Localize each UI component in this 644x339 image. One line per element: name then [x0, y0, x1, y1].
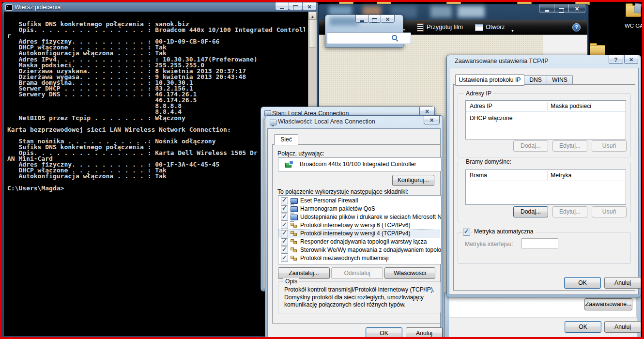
close-button[interactable] — [302, 2, 317, 10]
close-button[interactable] — [624, 55, 638, 64]
description-group: Opis Protokół kontroli transmisji/Protok… — [278, 281, 441, 313]
ok-button[interactable]: OK — [366, 327, 402, 339]
advanced-dialog-body: Ustawienia protokołu IP DNS WINS Adresy … — [449, 68, 639, 295]
checkbox[interactable] — [281, 230, 288, 237]
component-label: Protokół niezawodnych multiemisji — [300, 255, 389, 262]
checkbox[interactable] — [281, 205, 288, 213]
automatic-metric-checkbox[interactable] — [463, 229, 470, 236]
column-header-mask[interactable]: Maska podsieci — [551, 103, 591, 109]
description-group-label: Opis — [283, 278, 299, 285]
tab-network[interactable]: Sieć — [274, 134, 298, 145]
column-header-address[interactable]: Adres IP — [470, 103, 492, 109]
desktop-icon-wcga[interactable]: WC GA — [624, 2, 644, 31]
checkbox[interactable] — [281, 238, 288, 246]
restore-button[interactable] — [289, 2, 303, 10]
checkbox[interactable] — [281, 222, 288, 229]
list-item[interactable]: Responder odnajdywania topologii warstwy… — [279, 238, 440, 246]
minimize-button[interactable] — [539, 4, 554, 13]
service-icon — [291, 198, 298, 204]
uninstall-button[interactable]: Odinstaluj — [331, 267, 383, 279]
gateways-group-label: Bramy domyślne: — [464, 158, 513, 165]
properties-dialog-body: Sieć Połącz, używając: Broadcom 440x 10/… — [267, 128, 441, 338]
cancel-button[interactable]: Anuluj — [604, 321, 641, 333]
open-dropdown-icon[interactable] — [511, 25, 514, 34]
protocol-icon — [291, 247, 297, 252]
cancel-button[interactable]: Anuluj — [604, 277, 641, 289]
close-button[interactable] — [381, 15, 395, 23]
scroll-thumb[interactable] — [309, 19, 316, 47]
maximize-button[interactable] — [554, 4, 569, 13]
ipv4-properties-dialog: Zaawansowane... OK Anuluj — [445, 293, 641, 339]
blurred-thumbnail — [430, 6, 452, 17]
ipv4-dialog-footer: OK Anuluj — [449, 317, 637, 337]
service-icon — [291, 206, 298, 212]
checkbox[interactable] — [281, 255, 288, 262]
properties-dialog: Właściwości: Local Area Connection Sieć … — [265, 115, 443, 339]
connect-using-label: Połącz, używając: — [277, 150, 324, 157]
description-text: Protokół kontroli transmisji/Protokół in… — [284, 286, 435, 309]
search-icon[interactable] — [392, 35, 397, 40]
column-separator[interactable] — [547, 171, 548, 180]
scroll-up-icon[interactable] — [308, 12, 317, 20]
column-header-metric[interactable]: Metryka — [551, 172, 571, 179]
advanced-tcpip-dialog: Zaawansowane ustawienia TCP/IP Ustawieni… — [446, 55, 641, 297]
explorer-search-input[interactable] — [327, 32, 411, 44]
minimize-button[interactable] — [275, 2, 289, 10]
protocol-icon — [291, 256, 297, 261]
folder-papers-icon — [634, 3, 642, 14]
maximize-button[interactable] — [368, 15, 381, 23]
film-icon — [417, 23, 424, 31]
desktop: WC GA Przygotuj film Otwórz ? — [0, 0, 644, 339]
gateway-add-button[interactable]: Dodaj... — [513, 206, 548, 217]
component-label: Protokół internetowy w wersji 4 (TCP/IPv… — [300, 230, 410, 237]
checkbox[interactable] — [281, 197, 288, 204]
edit-button[interactable]: Edytuj... — [552, 140, 587, 152]
blurred-thumbnail — [458, 6, 485, 17]
properties-button[interactable]: Właściwości — [384, 267, 435, 279]
component-label: Eset Personal Firewall — [300, 197, 358, 204]
automatic-metric-label: Metryka automatyczna — [472, 228, 536, 235]
list-item[interactable]: Udostępnianie plików i drukarek w siecia… — [279, 213, 440, 221]
close-button[interactable] — [568, 4, 585, 13]
ok-button[interactable]: OK — [565, 321, 601, 333]
list-item[interactable]: Protokół internetowy w wersji 6 (TCP/IPv… — [279, 221, 440, 230]
advanced-button[interactable]: Zaawansowane... — [584, 298, 632, 310]
add-button[interactable]: Dodaj... — [513, 140, 548, 152]
column-separator[interactable] — [547, 102, 548, 110]
tab-dns[interactable]: DNS — [524, 75, 547, 85]
list-item-selected[interactable]: Protokół internetowy w wersji 4 (TCP/IPv… — [279, 230, 440, 238]
protocol-icon — [291, 231, 297, 236]
close-button[interactable] — [424, 116, 440, 124]
list-item[interactable]: Eset Personal Firewall — [279, 197, 440, 205]
minimize-button[interactable] — [355, 15, 368, 23]
close-button[interactable] — [419, 107, 435, 116]
list-item[interactable]: Harmonogram pakietów QoS — [279, 205, 440, 213]
cmd-icon — [5, 4, 13, 11]
ok-button[interactable]: OK — [564, 277, 601, 289]
column-header-gateway[interactable]: Brama — [470, 172, 487, 179]
component-label: Protokół internetowy w wersji 6 (TCP/IPv… — [300, 222, 410, 229]
prepare-film-button[interactable]: Przygotuj film — [427, 24, 463, 31]
help-icon[interactable]: ? — [572, 23, 581, 31]
cancel-button[interactable]: Anuluj — [406, 327, 443, 339]
protocol-icon — [291, 223, 297, 228]
list-item[interactable]: Protokół niezawodnych multiemisji — [279, 254, 440, 262]
tab-ip-settings[interactable]: Ustawienia protokołu IP — [455, 74, 524, 86]
configure-button[interactable]: Konfiguruj... — [392, 175, 434, 186]
install-button[interactable]: Zainstaluj... — [278, 267, 330, 279]
help-button[interactable] — [609, 55, 623, 64]
open-button[interactable]: Otwórz — [486, 24, 505, 31]
table-row-dhcp[interactable]: DHCP włączone — [470, 115, 513, 122]
checkbox[interactable] — [281, 247, 288, 254]
list-item[interactable]: Sterownik We/Wy mapowania z odnajdywanie… — [279, 246, 440, 254]
tab-wins[interactable]: WINS — [547, 75, 573, 85]
ip-addresses-group-label: Adresy IP — [464, 90, 493, 97]
interface-metric-input[interactable] — [521, 238, 558, 248]
remove-button[interactable]: Usuń — [592, 140, 627, 152]
gateway-edit-button[interactable]: Edytuj... — [552, 206, 587, 217]
maximize-icon — [372, 18, 377, 23]
adapter-box: Broadcom 440x 10/100 Integrated Controll… — [278, 157, 442, 171]
ip-address-table: Adres IP Maska podsieci DHCP włączone — [465, 100, 626, 139]
gateway-remove-button[interactable]: Usuń — [592, 206, 627, 217]
checkbox[interactable] — [281, 214, 288, 221]
